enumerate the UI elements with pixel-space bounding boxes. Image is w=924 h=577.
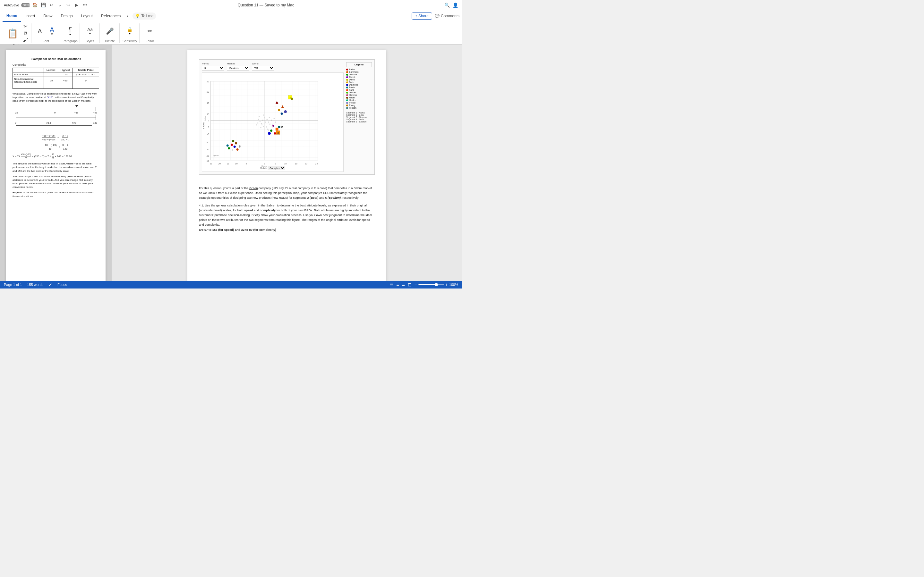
legend-item-garner: Garner [346, 91, 372, 93]
view-outline-icon[interactable]: ≡ [396, 282, 399, 287]
legend-color-barnness [346, 71, 348, 73]
page-ref: Page 44 of the online student guide has … [13, 191, 99, 198]
scale-val-150: 150 [93, 121, 97, 124]
legend-color-gamma [346, 74, 348, 76]
present-icon[interactable]: ▶ [74, 2, 79, 8]
period-select[interactable]: 3 [202, 66, 224, 71]
sensitivity-button[interactable]: 🔒 ▼ [124, 26, 136, 37]
svg-text:10: 10 [284, 163, 287, 165]
chart-main: Period 3 Market Devices [202, 62, 344, 172]
ribbon-content: 📋 ✂ ⧉ 🖌 Paste [0, 22, 462, 44]
zoom-out-button[interactable]: − [414, 282, 417, 287]
comments-icon: 💬 [435, 14, 439, 18]
format-painter-button[interactable]: 🖌 [21, 37, 29, 43]
tab-layout[interactable]: Layout [78, 10, 97, 22]
view-normal-icon[interactable]: ☰ [389, 282, 394, 287]
x-axis-select[interactable]: Complex [268, 166, 285, 170]
calc-frac-num: +18−(−25) [21, 153, 31, 157]
text-cursor [199, 179, 199, 183]
styles-group: Aa ▼ Styles [81, 23, 100, 43]
redo-icon[interactable]: ↪ [65, 2, 71, 8]
row2-highest: +25 [58, 77, 73, 84]
calc-frac2-den: 50 [52, 156, 54, 160]
save-icon[interactable]: 💾 [40, 2, 46, 8]
world-select[interactable]: W1 [252, 66, 274, 71]
more-icon[interactable]: ••• [82, 2, 88, 8]
zoom-in-button[interactable]: + [445, 282, 448, 287]
formula2-rhs-denominator: 143 [63, 147, 67, 150]
svg-point-50 [268, 129, 269, 131]
legend-item-diamond: Diamond [346, 84, 372, 86]
autosave-toggle[interactable]: OFF [21, 3, 30, 7]
title-bar-center: Question 11 — Saved to my Mac [90, 3, 441, 7]
font-button[interactable]: A [34, 27, 45, 35]
world-control: World W1 [252, 62, 274, 71]
legend-color-carrrit [346, 76, 348, 78]
legend-item-gamma: Gamma [346, 73, 372, 76]
paragraph-button[interactable]: ¶ ▼ [65, 25, 76, 37]
segment-4: Segment 4 - Delta [346, 118, 372, 121]
styles-button[interactable]: Aa ▼ [84, 26, 96, 37]
search-icon[interactable]: 🔍 [444, 2, 450, 8]
right-panel: Period 3 Market Devices [111, 45, 462, 281]
formula-line-2: +18 − (−25) 50 = X − 7 143 [13, 143, 99, 150]
legend-title: Legend [346, 62, 372, 67]
world-label: World [252, 62, 274, 65]
paste-button[interactable]: 📋 [5, 27, 21, 40]
chart-legend: Legend Balter Barnness [346, 62, 372, 172]
font-color-button[interactable]: A ▼ [46, 25, 58, 37]
segment-3: Segment 3 - Gamma [346, 116, 372, 118]
left-panel[interactable]: Example for Sabre R&D Calculations Compl… [0, 45, 111, 281]
share-label: Share [418, 14, 429, 18]
market-select[interactable]: Devices [227, 66, 249, 71]
svg-point-42 [269, 117, 270, 118]
svg-point-40 [271, 119, 272, 121]
brand-dot-s4e [226, 145, 229, 147]
brand-dot-s5b [232, 140, 234, 142]
tab-draw[interactable]: Draw [39, 10, 56, 22]
row1-label: Actual scale [13, 73, 44, 77]
share-button[interactable]: ↑ Share [412, 13, 432, 19]
view-read-icon[interactable]: ≣ [401, 282, 405, 287]
legend-color-holder [346, 99, 348, 101]
formula2-fraction: +18 − (−25) 50 [43, 143, 57, 150]
brand-dot-7 [270, 129, 272, 132]
copy-button[interactable]: ⧉ [21, 30, 29, 37]
zoom-controls: − + 100% [414, 282, 458, 287]
paragraph-group-items: ¶ ▼ [65, 23, 76, 39]
tell-me-input[interactable]: 💡 Tell me [132, 13, 156, 19]
zoom-slider[interactable] [418, 284, 444, 285]
legend-item-holder: Holder [346, 99, 372, 101]
tab-design[interactable]: Design [57, 10, 76, 22]
view-web-icon[interactable]: ⊟ [408, 282, 412, 287]
undo-icon[interactable]: ↩ [49, 2, 55, 8]
right-content[interactable]: Period 3 Market Devices [111, 45, 462, 281]
comments-button[interactable]: 💬 Comments [435, 14, 459, 18]
home-icon[interactable]: 🏠 [32, 2, 38, 8]
styles-dropdown-icon: ▼ [89, 32, 92, 35]
tab-insert[interactable]: Insert [21, 10, 39, 22]
formula-line-1: +18 − (−25) +25 − (−25) = X − 7 150 − 7 [13, 134, 99, 141]
svg-text:Speed: Speed [213, 154, 218, 156]
tell-me-label: Tell me [141, 14, 153, 18]
tab-references[interactable]: References [97, 10, 124, 22]
dictate-button[interactable]: 🎤 [104, 27, 116, 35]
green-company-text: Green [249, 186, 258, 190]
cut-button[interactable]: ✂ [21, 23, 29, 30]
autosave-knob [29, 3, 29, 7]
complexity-text: complexity [260, 208, 276, 212]
undo-dropdown-icon[interactable]: ⌄ [57, 2, 63, 8]
table-row-empty [13, 84, 99, 89]
tab-home[interactable]: Home [3, 10, 21, 22]
svg-point-41 [260, 127, 262, 129]
profile-icon[interactable]: 👤 [452, 2, 458, 8]
focus-label[interactable]: Focus [57, 283, 67, 287]
legend-item-balter: Balter [346, 68, 372, 71]
legend-item-faldo: Faldo [346, 86, 372, 89]
editor-button[interactable]: ✏ [144, 27, 156, 35]
status-bar: Page 1 of 1 155 words ✓ Focus ☰ ≡ ≣ ⊟ − … [0, 281, 462, 288]
y-axis-label: Y Axis [202, 122, 205, 129]
more-tabs-icon[interactable]: › [125, 13, 129, 19]
check-icon[interactable]: ✓ [48, 282, 52, 287]
status-bar-left: Page 1 of 1 155 words ✓ Focus [4, 282, 67, 287]
